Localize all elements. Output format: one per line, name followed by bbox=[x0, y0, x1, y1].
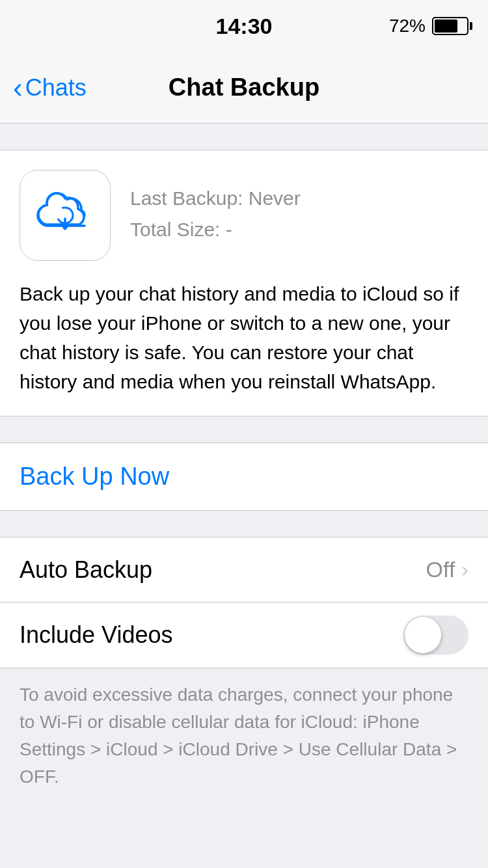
auto-backup-row[interactable]: Auto Backup Off › bbox=[0, 537, 488, 603]
auto-backup-label: Auto Backup bbox=[20, 556, 152, 584]
toggle-thumb bbox=[405, 617, 441, 653]
cloud-backup-icon bbox=[34, 189, 96, 241]
nav-bar: ‹ Chats Chat Backup bbox=[0, 52, 488, 124]
include-videos-toggle[interactable] bbox=[403, 616, 468, 655]
battery-fill bbox=[435, 20, 457, 33]
back-button[interactable]: ‹ Chats bbox=[13, 74, 87, 102]
backup-description: Back up your chat history and media to i… bbox=[0, 261, 488, 416]
total-size-label: Total Size: - bbox=[130, 214, 301, 245]
auto-backup-right: Off › bbox=[426, 557, 468, 582]
back-label: Chats bbox=[25, 74, 87, 102]
back-up-now-button[interactable]: Back Up Now bbox=[20, 463, 169, 490]
settings-section: Auto Backup Off › Include Videos bbox=[0, 537, 488, 668]
last-backup-label: Last Backup: Never bbox=[130, 183, 301, 214]
battery-percent: 72% bbox=[389, 16, 426, 36]
chevron-right-icon: › bbox=[461, 558, 468, 582]
auto-backup-value: Off bbox=[426, 557, 455, 582]
chevron-left-icon: ‹ bbox=[13, 74, 23, 102]
section-gap-3 bbox=[0, 511, 488, 537]
include-videos-row[interactable]: Include Videos bbox=[0, 603, 488, 668]
backup-meta: Last Backup: Never Total Size: - bbox=[130, 170, 301, 245]
battery-icon bbox=[432, 17, 468, 35]
cloud-icon-container bbox=[20, 170, 111, 261]
section-gap-1 bbox=[0, 124, 488, 150]
back-up-now-section: Back Up Now bbox=[0, 442, 488, 511]
back-up-now-row[interactable]: Back Up Now bbox=[0, 443, 488, 510]
status-time: 14:30 bbox=[169, 14, 319, 39]
backup-info-card: Last Backup: Never Total Size: - Back up… bbox=[0, 150, 488, 416]
section-gap-2 bbox=[0, 416, 488, 442]
page-title: Chat Backup bbox=[169, 74, 319, 102]
backup-info-row: Last Backup: Never Total Size: - bbox=[0, 150, 488, 261]
status-bar: 14:30 72% bbox=[0, 0, 488, 52]
footer-note: To avoid excessive data charges, connect… bbox=[0, 668, 488, 810]
include-videos-label: Include Videos bbox=[20, 621, 173, 649]
